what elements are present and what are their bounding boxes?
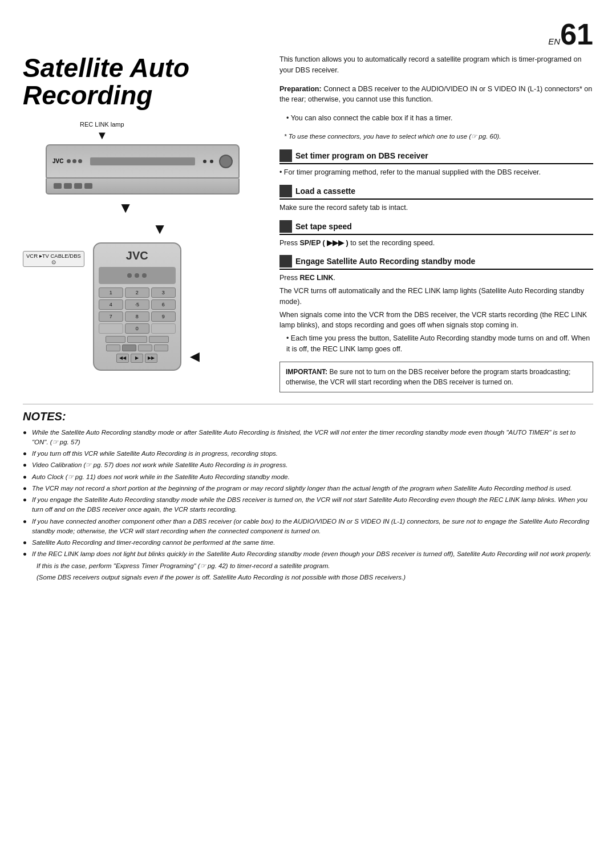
- key-1[interactable]: 1: [99, 287, 123, 298]
- key-4[interactable]: 4: [99, 299, 123, 310]
- note-sub2: (Some DBS receivers output signals even …: [23, 573, 593, 582]
- key-blank1: [99, 323, 123, 334]
- remote-nav-btn1[interactable]: [106, 345, 120, 351]
- note-3: Video Calibration (☞ pg. 57) does not wo…: [23, 460, 593, 470]
- step-2-square: [279, 185, 292, 197]
- key-6[interactable]: 6: [151, 299, 176, 310]
- step-2-title: Load a cassette: [295, 187, 355, 196]
- step-4-square: [279, 255, 292, 268]
- vcr-device-diagram: JVC: [23, 144, 262, 194]
- note-9: If the REC LINK lamp does not light but …: [23, 549, 593, 559]
- remote-extra-btn1[interactable]: [106, 336, 125, 343]
- remote-ff-btn[interactable]: ▶▶: [145, 354, 157, 363]
- rec-link-lamp-label: REC LINK lamp: [80, 121, 124, 128]
- key-8[interactable]: 8: [125, 311, 149, 322]
- key-0[interactable]: 0: [125, 323, 149, 334]
- remote-nav-btn2[interactable]: [122, 345, 136, 351]
- remote-nav-btn3[interactable]: [138, 345, 152, 351]
- page-number-area: EN61: [23, 17, 593, 51]
- step-3-header: Set tape speed: [279, 220, 593, 235]
- step-1-block: Set timer program on DBS receiver • For …: [279, 149, 593, 178]
- note-sub1: If this is the case, perform "Express Ti…: [23, 561, 593, 571]
- remote-brand: JVC: [99, 249, 176, 262]
- step-4-block: Engage Satellite Auto Recording standby …: [279, 255, 593, 354]
- key-5[interactable]: ·5: [125, 299, 149, 310]
- key-7[interactable]: 7: [99, 311, 123, 322]
- step-4-title: Engage Satellite Auto Recording standby …: [295, 257, 475, 266]
- key-9[interactable]: 9: [151, 311, 176, 322]
- remote-extra-btn3[interactable]: [149, 336, 169, 343]
- step-4-body: Press REC LINK. The VCR turns off automa…: [279, 273, 593, 354]
- remote-area: VCR ▸TV CABLE/DBS ⊙ JVC: [23, 242, 262, 371]
- step-3-title: Set tape speed: [295, 222, 352, 231]
- step-1-body: • For timer programing method, refer to …: [279, 167, 593, 178]
- remote-play-btn[interactable]: ▶: [131, 354, 143, 363]
- vcr-down-arrow2: ▼: [57, 220, 262, 238]
- step-1-square: [279, 149, 292, 162]
- step-4-header: Engage Satellite Auto Recording standby …: [279, 255, 593, 270]
- note-6: If you engage the Satellite Auto Recordi…: [23, 495, 593, 515]
- bullet1-text: • You can also connect the cable box if …: [279, 113, 593, 124]
- vcr-down-arrow: ▼: [0, 199, 262, 217]
- step-2-body: Make sure the record safety tab is intac…: [279, 202, 593, 213]
- step-2-block: Load a cassette Make sure the record saf…: [279, 185, 593, 213]
- footnote-text: * To use these connectors, you have to s…: [279, 132, 593, 141]
- step-3-block: Set tape speed Press SP/EP ( ▶▶▶ ) to se…: [279, 220, 593, 249]
- note-1: While the Satellite Auto Recording stand…: [23, 428, 593, 448]
- step-1-header: Set timer program on DBS receiver: [279, 149, 593, 164]
- note-7: If you have connected another component …: [23, 517, 593, 537]
- step-3-square: [279, 220, 292, 233]
- key-2[interactable]: 2: [125, 287, 149, 298]
- note-5: The VCR may not record a short portion a…: [23, 484, 593, 493]
- remote-extra-btn2[interactable]: [127, 336, 147, 343]
- key-blank2: [151, 323, 176, 334]
- important-box: IMPORTANT: Be sure not to turn on the DB…: [279, 362, 593, 392]
- remote-rew-btn[interactable]: ◀◀: [116, 354, 129, 363]
- remote-nav-btn4[interactable]: [154, 345, 168, 351]
- key-3[interactable]: 3: [151, 287, 176, 298]
- prep-text: Preparation: Connect a DBS receiver to t…: [279, 84, 593, 106]
- right-column: This function allows you to automaticall…: [279, 54, 593, 392]
- note-8: Satellite Auto Recording and timer-recor…: [23, 538, 593, 548]
- diagram-area: REC LINK lamp ▼ JVC: [23, 121, 262, 371]
- notes-title: NOTES:: [23, 410, 593, 423]
- step-3-body: Press SP/EP ( ▶▶▶ ) to set the recording…: [279, 238, 593, 249]
- rec-link-down-arrow: ▼: [80, 129, 124, 142]
- note-4: Auto Clock (☞ pg. 11) does not work whil…: [23, 472, 593, 482]
- page-title: Satellite Auto Recording: [23, 54, 262, 110]
- en-label: EN: [548, 37, 560, 46]
- rec-link-pointer-arrow: ◀: [190, 349, 200, 364]
- remote-control: JVC 1 2 3 4 ·5: [93, 242, 181, 371]
- vcr-brand-label: JVC: [52, 158, 63, 164]
- note-2: If you turn off this VCR while Satellite…: [23, 449, 593, 459]
- notes-section: NOTES: While the Satellite Auto Recordin…: [23, 404, 593, 583]
- page-number: 61: [560, 18, 593, 51]
- remote-label-box: VCR ▸TV CABLE/DBS ⊙: [23, 251, 84, 267]
- intro-text: This function allows you to automaticall…: [279, 54, 593, 76]
- page-container: EN61 Satellite Auto Recording REC LINK l…: [23, 17, 593, 582]
- step-2-header: Load a cassette: [279, 185, 593, 200]
- step-1-title: Set timer program on DBS receiver: [295, 151, 428, 160]
